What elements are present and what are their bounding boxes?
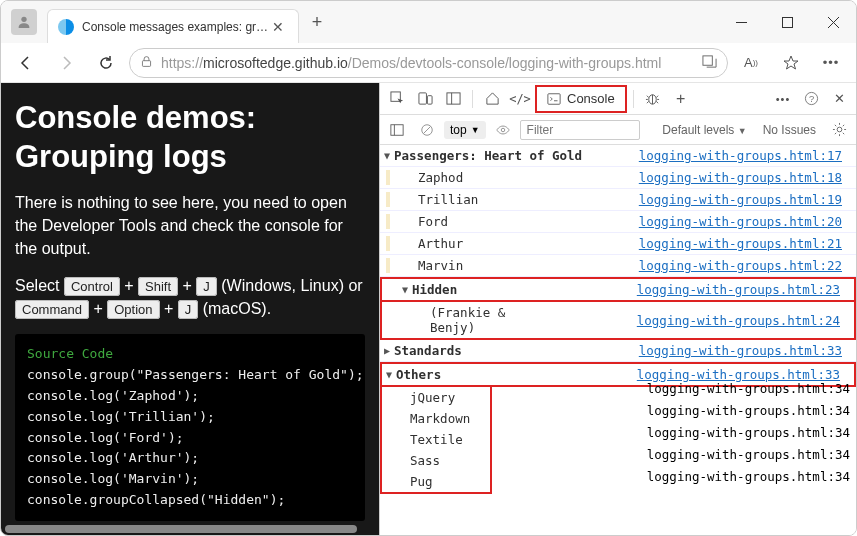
console-tab[interactable]: Console [535, 85, 627, 113]
code-line: console.group("Passengers: Heart of Gold… [27, 365, 353, 386]
svg-text:?: ? [808, 94, 813, 104]
console-group-header-hidden[interactable]: ▼ Hidden logging-with-groups.html:23 [380, 277, 856, 302]
edge-favicon [58, 19, 74, 35]
kbd-j: J [196, 277, 217, 296]
svg-rect-17 [391, 124, 403, 135]
window-maximize-button[interactable] [764, 5, 810, 39]
kbd-shift: Shift [138, 277, 178, 296]
address-row: https://microsoftedge.github.io/Demos/de… [1, 43, 856, 83]
devtools-close-icon[interactable]: ✕ [826, 86, 852, 112]
help-icon[interactable]: ? [798, 86, 824, 112]
svg-rect-6 [703, 55, 712, 64]
console-source-link[interactable]: logging-with-groups.html:18 [639, 170, 848, 185]
code-line: console.log('Trillian'); [27, 407, 353, 428]
elements-icon[interactable]: </> [507, 86, 533, 112]
console-row: Marvinlogging-with-groups.html:22 [380, 255, 856, 277]
console-source-link[interactable]: logging-with-groups.html:34 [647, 425, 850, 440]
sidebar-toggle-icon[interactable] [384, 117, 410, 143]
kbd-control: Control [64, 277, 120, 296]
console-row: Sass [382, 450, 490, 471]
context-selector[interactable]: top ▼ [444, 121, 486, 139]
svg-rect-8 [418, 93, 426, 104]
console-row: Trillianlogging-with-groups.html:19 [380, 189, 856, 211]
svg-rect-2 [782, 17, 792, 27]
console-source-link[interactable]: logging-with-groups.html:21 [639, 236, 848, 251]
console-source-link[interactable]: logging-with-groups.html:22 [639, 258, 848, 273]
svg-rect-5 [142, 60, 150, 66]
page-paragraph-2: Select Control + Shift + J (Windows, Lin… [15, 274, 365, 320]
page-heading: Console demos: Grouping logs [15, 99, 365, 177]
menu-icon[interactable]: ••• [814, 46, 848, 80]
console-group-header-standards[interactable]: ▶ Standards logging-with-groups.html:33 [380, 340, 856, 362]
window-close-button[interactable] [810, 5, 856, 39]
eye-icon[interactable] [490, 117, 516, 143]
more-tabs-icon[interactable]: + [668, 86, 694, 112]
kbd-option: Option [107, 300, 159, 319]
kbd-j-2: J [178, 300, 199, 319]
issues-button[interactable]: No Issues [757, 123, 822, 137]
device-icon[interactable] [412, 86, 438, 112]
profile-avatar[interactable] [11, 9, 37, 35]
console-source-link[interactable]: logging-with-groups.html:34 [647, 469, 850, 484]
forward-button[interactable] [49, 46, 83, 80]
settings-icon[interactable] [826, 117, 852, 143]
console-source-link[interactable]: logging-with-groups.html:34 [647, 403, 850, 418]
code-line: console.log('Ford'); [27, 428, 353, 449]
tab-close-icon[interactable]: ✕ [268, 19, 288, 35]
console-source-link[interactable]: logging-with-groups.html:24 [637, 313, 846, 328]
page-paragraph-1: There is nothing to see here, you need t… [15, 191, 365, 261]
console-source-link[interactable]: logging-with-groups.html:34 [647, 447, 850, 462]
code-line: console.log('Zaphod'); [27, 386, 353, 407]
favorites-icon[interactable] [774, 46, 808, 80]
svg-rect-12 [548, 93, 560, 104]
devtools-toolbar: </> Console + ••• ? ✕ [380, 83, 856, 115]
svg-line-20 [424, 126, 431, 133]
welcome-icon[interactable] [479, 86, 505, 112]
lock-icon [140, 55, 153, 71]
console-source-link[interactable]: logging-with-groups.html:19 [639, 192, 848, 207]
console-group-header[interactable]: ▼ Passengers: Heart of Gold logging-with… [380, 145, 856, 167]
svg-point-0 [21, 17, 26, 22]
filter-input[interactable] [520, 120, 640, 140]
console-row: (Frankie & Benjy) logging-with-groups.ht… [380, 302, 856, 340]
console-icon [547, 92, 561, 106]
code-line: console.groupCollapsed("Hidden"); [27, 490, 353, 511]
address-bar[interactable]: https://microsoftedge.github.io/Demos/de… [129, 48, 728, 78]
clear-console-icon[interactable] [414, 117, 440, 143]
kbd-command: Command [15, 300, 89, 319]
console-row: Zaphodlogging-with-groups.html:18 [380, 167, 856, 189]
console-row: jQuery [382, 387, 490, 408]
reader-icon[interactable]: A)) [734, 46, 768, 80]
svg-rect-9 [427, 96, 432, 104]
bug-icon[interactable] [640, 86, 666, 112]
devtools-menu-icon[interactable]: ••• [770, 86, 796, 112]
console-source-link[interactable]: logging-with-groups.html:33 [639, 343, 848, 358]
console-source-link[interactable]: logging-with-groups.html:20 [639, 214, 848, 229]
console-output: ▼ Passengers: Heart of Gold logging-with… [380, 145, 856, 536]
console-source-link[interactable]: logging-with-groups.html:23 [637, 282, 846, 297]
window-minimize-button[interactable] [718, 5, 764, 39]
app-mode-icon[interactable] [702, 54, 717, 72]
console-row: Pug [382, 471, 490, 492]
back-button[interactable] [9, 46, 43, 80]
console-row: Textile [382, 429, 490, 450]
browser-tab[interactable]: Console messages examples: gr… ✕ [47, 9, 299, 43]
horizontal-scrollbar[interactable] [5, 523, 375, 535]
console-source-link[interactable]: logging-with-groups.html:34 [647, 381, 850, 396]
new-tab-button[interactable]: + [303, 8, 331, 36]
svg-point-21 [501, 128, 505, 132]
console-row: Fordlogging-with-groups.html:20 [380, 211, 856, 233]
svg-point-22 [837, 127, 842, 132]
levels-selector[interactable]: Default levels ▼ [656, 123, 752, 137]
devtools-panel: </> Console + ••• ? ✕ top ▼ Default leve… [379, 83, 856, 536]
url-text: https://microsoftedge.github.io/Demos/de… [161, 55, 694, 71]
panel-icon[interactable] [440, 86, 466, 112]
titlebar: Console messages examples: gr… ✕ + [1, 1, 856, 43]
console-source-link[interactable]: logging-with-groups.html:17 [639, 148, 848, 163]
refresh-button[interactable] [89, 46, 123, 80]
page-content: Console demos: Grouping logs There is no… [1, 83, 379, 536]
console-filter-bar: top ▼ Default levels ▼ No Issues [380, 115, 856, 145]
console-source-link[interactable]: logging-with-groups.html:33 [637, 367, 846, 382]
inspect-icon[interactable] [384, 86, 410, 112]
code-line: console.log('Marvin'); [27, 469, 353, 490]
